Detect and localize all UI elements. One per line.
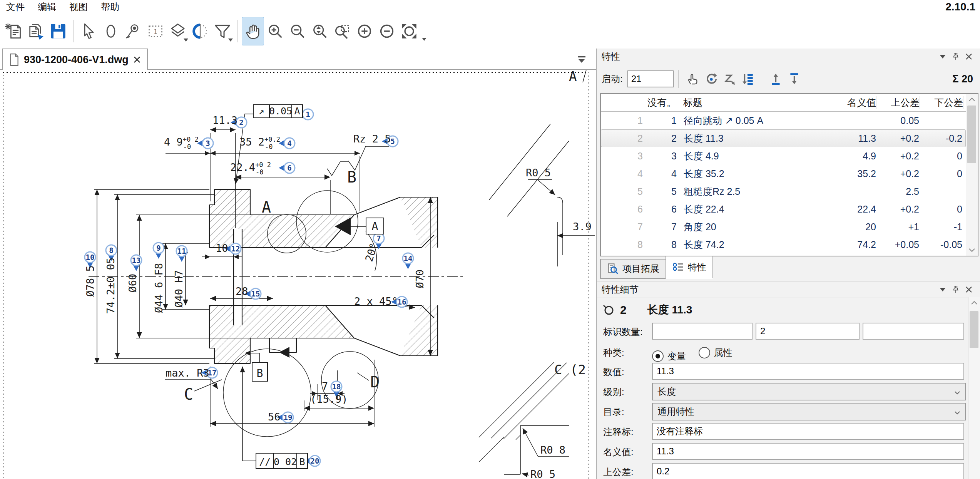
scroll-thumb[interactable]: [967, 106, 976, 163]
zoom-window-button[interactable]: [331, 17, 353, 45]
svg-text:7: 7: [376, 234, 381, 243]
balloon-9[interactable]: 9: [153, 243, 164, 259]
table-header: 没有。 标题 名义值 上公差 下公差: [601, 94, 966, 112]
save-button[interactable]: [47, 17, 69, 45]
radio-variable[interactable]: 变量: [652, 350, 686, 362]
svg-text:A: A: [372, 220, 378, 233]
drawing-label: C (2: [554, 362, 586, 377]
increase-size-button[interactable]: [353, 17, 376, 45]
svg-text:0 02: 0 02: [274, 456, 297, 467]
pan-hand-button[interactable]: [242, 17, 264, 45]
table-row[interactable]: 55粗糙度Rz 2.52.5: [601, 183, 966, 200]
table-row[interactable]: 22长度 11.311.3+0.2-0.2: [601, 129, 966, 147]
column-no[interactable]: 没有。: [645, 96, 679, 109]
drawing-label: Ø44 6 F8: [153, 263, 165, 313]
document-icon: [9, 54, 19, 66]
new-document-button[interactable]: [2, 17, 25, 45]
stamp-tool-button[interactable]: [122, 17, 144, 45]
toolbar-separator: [237, 20, 238, 42]
table-row[interactable]: 44长度 35.235.2+0.20: [601, 165, 966, 183]
sort-list-icon[interactable]: [739, 69, 757, 89]
document-tab-bar: 930-1200-406-V1.dwg: [0, 49, 596, 70]
details-scrollbar[interactable]: [968, 297, 980, 479]
radio-attribute[interactable]: 属性: [699, 347, 732, 359]
table-row[interactable]: 33长度 4.94.9+0.20: [601, 147, 966, 165]
table-row[interactable]: 11径向跳动 ↗ 0.05 A0.05: [601, 112, 966, 129]
move-top-icon[interactable]: [767, 69, 785, 89]
column-title[interactable]: 标题: [679, 96, 819, 109]
scroll-up-icon[interactable]: [966, 94, 977, 105]
annotation-input[interactable]: [652, 423, 964, 440]
zoom-out-button[interactable]: [286, 17, 309, 45]
column-nominal[interactable]: 名义值: [819, 96, 876, 109]
scroll-up-icon[interactable]: [968, 297, 980, 308]
refresh-order-icon[interactable]: [702, 69, 720, 89]
balloon-13[interactable]: 13: [131, 255, 142, 271]
balloon-tool-button[interactable]: [100, 17, 122, 45]
move-bottom-icon[interactable]: [785, 69, 804, 89]
svg-text:11: 11: [177, 247, 186, 255]
column-lower-tol[interactable]: 下公差: [920, 96, 963, 109]
drawing-label: R0 8: [540, 444, 565, 456]
panel-close-icon[interactable]: [962, 51, 975, 62]
nominal-input[interactable]: [652, 443, 964, 460]
compare-revisions-button[interactable]: [189, 17, 211, 45]
capture-region-button[interactable]: 1: [144, 17, 167, 45]
select-cursor-button[interactable]: [77, 17, 100, 45]
id-count-input-3[interactable]: [863, 323, 964, 340]
svg-text:20: 20: [311, 457, 319, 465]
table-scrollbar[interactable]: [966, 94, 978, 256]
balloon-14[interactable]: 14: [403, 253, 413, 269]
table-row[interactable]: 88长度 74.274.2+0.05-0.05: [601, 236, 966, 253]
filter-button[interactable]: [211, 17, 234, 45]
close-tab-icon[interactable]: [133, 56, 141, 64]
balloon-icon: [602, 304, 615, 316]
balloon-3[interactable]: 3: [197, 138, 213, 149]
table-row[interactable]: 66长度 22.422.4+0.20: [601, 200, 966, 218]
catalog-select[interactable]: 通用特性: [652, 403, 966, 420]
id-count-input-1[interactable]: [652, 323, 753, 340]
start-number-input[interactable]: [627, 70, 674, 87]
panel-pin-icon[interactable]: [949, 51, 962, 62]
table-row[interactable]: 77角度 2020+1-1: [601, 218, 966, 236]
drawing-canvas[interactable]: 123456789101112131415161718192011.34 9+0…: [0, 70, 596, 479]
dimension-lines: [94, 70, 595, 475]
upper-tol-input[interactable]: [652, 463, 964, 479]
main-toolbar: 1: [2, 15, 428, 47]
document-tab[interactable]: 930-1200-406-V1.dwg: [2, 49, 148, 70]
panel-close-icon[interactable]: [962, 284, 975, 295]
pointer-hand-icon[interactable]: [683, 69, 702, 89]
scroll-down-icon[interactable]: [966, 245, 977, 256]
decrease-size-button[interactable]: [376, 17, 398, 45]
menu-edit[interactable]: 编辑: [38, 1, 56, 13]
id-count-input-2[interactable]: [756, 323, 860, 340]
panel-collapse-icon[interactable]: [936, 284, 949, 295]
more-options-caret[interactable]: [420, 22, 428, 41]
document-tab-title: 930-1200-406-V1.dwg: [24, 54, 129, 66]
fit-view-button[interactable]: [398, 17, 420, 45]
feature-control-frame: //0 02B: [256, 453, 308, 469]
zoom-vertical-button[interactable]: [309, 17, 331, 45]
menu-view[interactable]: 视图: [69, 1, 88, 13]
panel-collapse-icon[interactable]: [936, 51, 949, 62]
menu-help[interactable]: 帮助: [101, 1, 119, 13]
tab-characteristics[interactable]: 特性: [666, 256, 713, 279]
characteristics-rows: 11径向跳动 ↗ 0.05 A0.0522长度 11.311.3+0.2-0.2…: [601, 112, 966, 256]
svg-text:3: 3: [206, 139, 210, 147]
panel-pin-icon[interactable]: [949, 284, 962, 295]
layers-button[interactable]: [167, 17, 189, 45]
class-select[interactable]: 长度: [652, 383, 966, 400]
canvas-menu-button[interactable]: [575, 53, 588, 66]
menu-file[interactable]: 文件: [6, 1, 25, 13]
open-document-button[interactable]: [25, 17, 47, 45]
column-upper-tol[interactable]: 上公差: [876, 96, 920, 109]
drawing-area[interactable]: 123456789101112131415161718192011.34 9+0…: [0, 70, 596, 479]
balloon-4[interactable]: 4: [279, 138, 295, 149]
z-order-icon[interactable]: [720, 69, 739, 89]
value-input[interactable]: [652, 363, 964, 380]
balloon-6[interactable]: 6: [279, 162, 295, 173]
tab-project-expand[interactable]: 项目拓展: [600, 259, 666, 279]
scroll-thumb[interactable]: [970, 311, 978, 348]
zoom-in-button[interactable]: [264, 17, 286, 45]
drawing-label: 7: [322, 380, 328, 392]
